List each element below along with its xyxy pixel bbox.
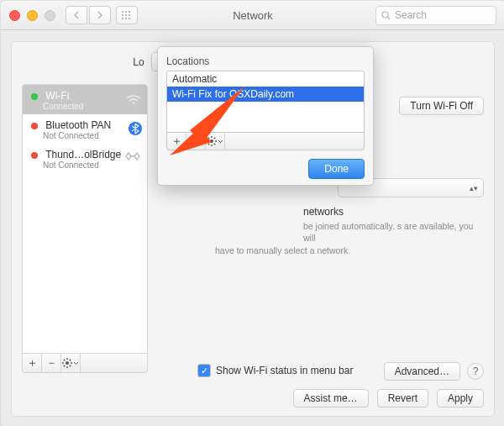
service-list: Wi-Fi Connected Bluetooth PAN Not Connec… (22, 84, 148, 355)
service-item-thunderbolt[interactable]: Thund…olBridge Not Connected (23, 144, 147, 173)
gear-icon (62, 358, 72, 368)
svg-point-14 (66, 361, 69, 365)
locations-header: Locations (166, 55, 365, 67)
close-window-button[interactable] (9, 10, 20, 21)
svg-line-30 (208, 144, 209, 145)
svg-point-11 (133, 102, 134, 103)
svg-line-28 (208, 138, 209, 139)
svg-line-19 (64, 360, 65, 360)
service-status: Not Connected (43, 131, 140, 140)
svg-rect-4 (125, 14, 127, 16)
location-label: Lo (133, 56, 144, 68)
svg-point-9 (382, 12, 388, 18)
service-item-bluetooth[interactable]: Bluetooth PAN Not Connected (23, 114, 147, 144)
svg-rect-3 (122, 14, 123, 16)
status-dot-icon (31, 152, 38, 159)
show-status-checkbox[interactable]: ✓ Show Wi-Fi status in menu bar (197, 364, 353, 377)
location-action-menu[interactable] (206, 132, 225, 150)
show-all-prefs-button[interactable] (116, 6, 138, 24)
chevron-down-icon (73, 358, 79, 368)
turn-wifi-off-button[interactable]: Turn Wi-Fi Off (399, 97, 484, 115)
done-button[interactable]: Done (308, 159, 365, 179)
popup-arrows-icon: ▴▾ (470, 185, 478, 192)
gear-icon (207, 136, 217, 146)
remove-service-button[interactable]: － (42, 354, 61, 372)
location-item[interactable]: Automatic (167, 71, 364, 87)
svg-point-23 (210, 139, 213, 143)
net-desc-line: be joined automatically. (303, 221, 395, 231)
status-dot-icon (31, 123, 38, 129)
svg-line-29 (214, 144, 215, 145)
revert-button[interactable]: Revert (377, 389, 428, 408)
zoom-window-button[interactable] (45, 10, 55, 21)
svg-line-20 (70, 366, 71, 366)
search-placeholder: Search (395, 9, 427, 21)
assist-me-button[interactable]: Assist me… (293, 389, 369, 408)
advanced-button[interactable]: Advanced… (384, 362, 460, 381)
network-help-text: networks be joined automatically. s are … (303, 205, 484, 256)
svg-line-22 (70, 360, 71, 360)
toolbar-nav (66, 6, 138, 24)
svg-rect-7 (125, 18, 127, 19)
add-location-button[interactable]: ＋ (167, 132, 186, 150)
svg-line-10 (387, 17, 390, 19)
service-item-wifi[interactable]: Wi-Fi Connected (23, 85, 147, 114)
chevron-left-icon (73, 11, 80, 19)
locations-footer: ＋ － (166, 133, 365, 150)
search-icon (381, 11, 391, 20)
forward-button[interactable] (89, 6, 111, 24)
svg-rect-5 (129, 14, 130, 16)
chevron-right-icon (97, 11, 103, 19)
service-name: Bluetooth PAN (45, 119, 111, 131)
svg-line-21 (64, 366, 65, 366)
service-list-footer: ＋ － (22, 353, 148, 373)
svg-line-31 (214, 138, 215, 139)
svg-rect-6 (122, 18, 123, 19)
svg-rect-8 (129, 18, 130, 19)
svg-rect-0 (122, 11, 123, 13)
back-button[interactable] (66, 6, 87, 24)
svg-rect-2 (129, 11, 130, 13)
wifi-icon (125, 92, 142, 105)
traffic-lights (9, 10, 55, 21)
locations-list[interactable]: Automatic Wi-Fi Fix for OSXDaily.com (166, 71, 365, 133)
net-desc-line: have to manually select a network. (215, 245, 350, 256)
remove-location-button[interactable]: － (186, 132, 206, 150)
add-service-button[interactable]: ＋ (23, 354, 42, 372)
minimize-window-button[interactable] (27, 10, 38, 21)
service-action-menu[interactable] (61, 354, 81, 372)
bottom-button-bar: Assist me… Revert Apply (293, 389, 484, 408)
bluetooth-icon (129, 121, 142, 136)
titlebar: Network Search (1, 1, 504, 30)
service-name: Thund…olBridge (45, 149, 121, 160)
service-name: Wi-Fi (45, 90, 69, 102)
checkmark-icon: ✓ (197, 364, 211, 377)
chevron-down-icon (218, 136, 223, 146)
help-button[interactable]: ? (467, 363, 484, 380)
search-input[interactable]: Search (375, 6, 496, 25)
status-dot-icon (31, 93, 38, 100)
grid-icon (122, 11, 132, 19)
apply-button[interactable]: Apply (437, 389, 484, 408)
show-status-label: Show Wi-Fi status in menu bar (216, 365, 353, 376)
location-item-selected[interactable]: Wi-Fi Fix for OSXDaily.com (167, 87, 364, 102)
svg-rect-1 (125, 11, 127, 13)
thunderbolt-icon (123, 150, 142, 162)
locations-popover: Locations Automatic Wi-Fi Fix for OSXDai… (157, 46, 374, 186)
net-heading: networks (303, 205, 484, 218)
